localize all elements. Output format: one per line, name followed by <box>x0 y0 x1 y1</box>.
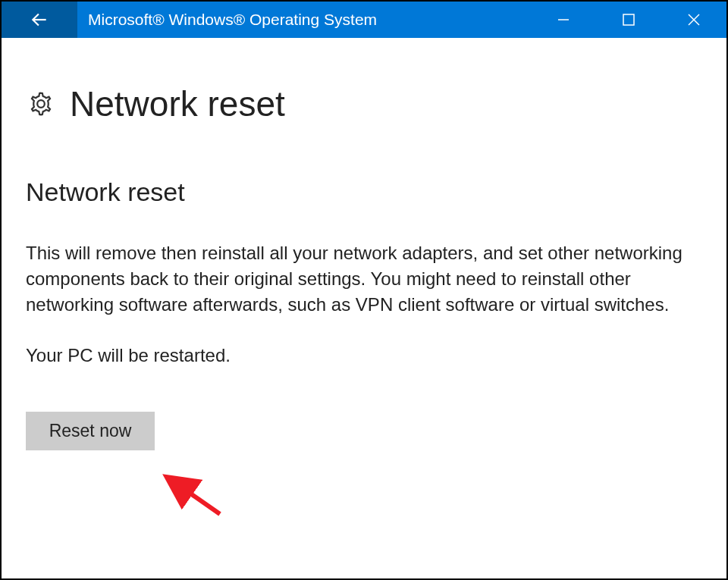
maximize-button[interactable] <box>596 2 661 38</box>
section-title: Network reset <box>26 177 702 207</box>
restart-notice: Your PC will be restarted. <box>26 345 702 366</box>
svg-line-7 <box>170 479 220 514</box>
title-bar: Microsoft® Windows® Operating System <box>2 2 726 38</box>
back-button[interactable] <box>2 2 77 38</box>
page-header: Network reset <box>26 83 702 124</box>
description-text: This will remove then reinstall all your… <box>26 240 693 318</box>
arrow-left-icon <box>30 10 49 30</box>
minimize-button[interactable] <box>531 2 596 38</box>
gear-icon <box>26 89 56 119</box>
svg-point-5 <box>37 100 45 108</box>
maximize-icon <box>622 13 635 27</box>
window-title: Microsoft® Windows® Operating System <box>77 11 531 29</box>
page-title: Network reset <box>70 83 285 124</box>
annotation-arrow <box>161 470 229 526</box>
svg-rect-2 <box>623 14 634 25</box>
reset-now-button[interactable]: Reset now <box>26 412 155 450</box>
content-area: Network reset Network reset This will re… <box>2 38 726 475</box>
close-button[interactable] <box>661 2 726 38</box>
window-controls <box>531 2 726 38</box>
minimize-icon <box>557 13 570 27</box>
close-icon <box>686 12 701 27</box>
